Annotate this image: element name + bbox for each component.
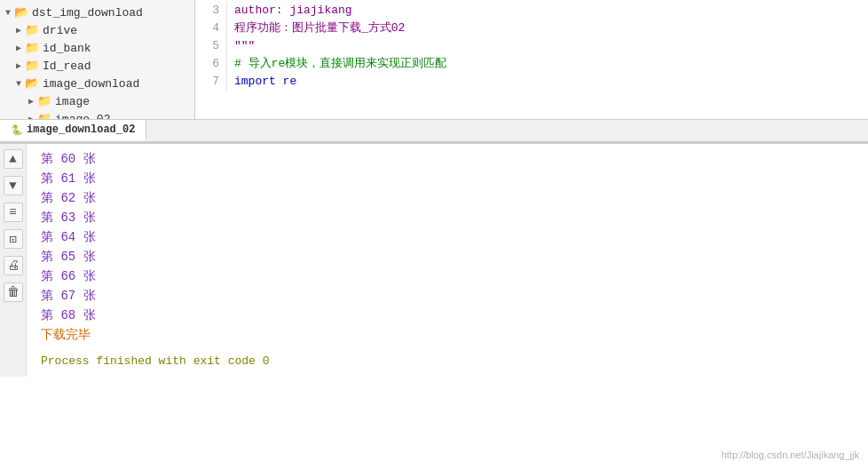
output-line: 第 62 张 [41,188,854,208]
sidebar-btn-down[interactable]: ▼ [4,176,23,195]
line-number: 3 [195,2,227,20]
line-content: author: jiajikang [234,2,868,20]
code-line-4: 4程序功能：图片批量下载_方式02 [195,20,868,37]
output-line: 第 66 张 [41,266,854,286]
folder-icon-dst_img_download: 📂 [14,5,28,20]
tab-bar: 🐍 image_download_02 [0,120,868,142]
top-section: ▼📂dst_img_download▶📁drive▶📁id_bank▶📁Id_r… [0,0,868,120]
output-line: 第 67 张 [41,286,854,306]
folder-icon-drive: 📁 [25,23,39,37]
line-content: """ [234,37,868,55]
sidebar-btn-stop[interactable]: ⊡ [4,229,23,249]
sidebar-btn-clear[interactable]: 🗑 [4,282,23,302]
tree-item-Id_read[interactable]: ▶📁Id_read [0,57,194,75]
run-panel-body: ▲▼≡⊡🖨🗑 第 60 张第 61 张第 62 张第 63 张第 64 张第 6… [0,144,868,377]
tree-arrow-image_download: ▼ [16,79,21,89]
code-view: 3author: jiajikang4程序功能：图片批量下载_方式025"""6… [195,0,868,119]
line-content: import re [234,73,868,91]
output-line: 第 68 张 [41,306,854,325]
tree-item-id_bank[interactable]: ▶📁id_bank [0,39,194,57]
folder-icon-image: 📁 [37,94,51,108]
run-output: 第 60 张第 61 张第 62 张第 63 张第 64 张第 65 张第 66… [27,144,868,377]
tree-item-drive[interactable]: ▶📁drive [0,21,194,39]
folder-icon-Id_read: 📁 [25,59,39,73]
tree-arrow-Id_read: ▶ [16,60,21,71]
line-number: 7 [195,73,227,91]
run-panel: ▲▼≡⊡🖨🗑 第 60 张第 61 张第 62 张第 63 张第 64 张第 6… [0,142,868,377]
sidebar-btn-up[interactable]: ▲ [4,149,23,169]
tree-item-image[interactable]: ▶📁image [0,92,194,110]
code-line-7: 7import re [195,73,868,91]
tree-arrow-image: ▶ [28,96,34,107]
run-panel-sidebar: ▲▼≡⊡🖨🗑 [0,144,27,377]
tree-label-drive: drive [43,24,77,37]
output-line: 第 64 张 [41,227,854,247]
tree-item-dst_img_download[interactable]: ▼📂dst_img_download [0,4,194,21]
file-tree: ▼📂dst_img_download▶📁drive▶📁id_bank▶📁Id_r… [0,0,195,119]
file-icon: 🐍 [11,124,23,136]
line-content: # 导入re模块，直接调用来实现正则匹配 [234,55,868,73]
tab-label: image_download_02 [27,123,135,136]
output-line: 第 63 张 [41,208,854,227]
tree-arrow-image_02: ▶ [28,114,34,119]
tree-label-image_download: image_download [43,77,139,91]
code-line-3: 3author: jiajikang [195,2,868,20]
output-line: 第 60 张 [41,149,854,169]
sidebar-btn-rerun[interactable]: ≡ [4,203,23,222]
output-line: 第 61 张 [41,169,854,188]
output-complete: 下载完毕 [41,325,854,345]
watermark: http://blog.csdn.net/Jiajikang_jjk [722,449,859,460]
tree-label-Id_read: Id_read [43,60,91,73]
tree-arrow-id_bank: ▶ [16,43,21,53]
tree-arrow-dst_img_download: ▼ [5,8,11,18]
folder-icon-image_02: 📁 [37,112,51,119]
code-line-5: 5""" [195,37,868,55]
tree-item-image_download[interactable]: ▼📂image_download [0,75,194,92]
active-tab[interactable]: 🐍 image_download_02 [0,120,146,141]
tree-label-dst_img_download: dst_img_download [32,6,143,20]
line-number: 4 [195,20,227,37]
tree-label-image_02: image_02 [55,113,110,120]
tree-arrow-drive: ▶ [16,25,21,36]
sidebar-btn-print[interactable]: 🖨 [4,256,23,275]
folder-icon-id_bank: 📁 [25,41,39,55]
tree-label-id_bank: id_bank [43,42,91,55]
code-line-6: 6# 导入re模块，直接调用来实现正则匹配 [195,55,868,73]
folder-icon-image_download: 📂 [25,76,39,91]
tree-label-image: image [55,95,90,108]
output-line: 第 65 张 [41,247,854,266]
tree-item-image_02[interactable]: ▶📁image_02 [0,110,194,119]
process-status: Process finished with exit code 0 [41,352,854,371]
line-content: 程序功能：图片批量下载_方式02 [234,20,868,37]
line-number: 5 [195,37,227,55]
line-number: 6 [195,55,227,73]
